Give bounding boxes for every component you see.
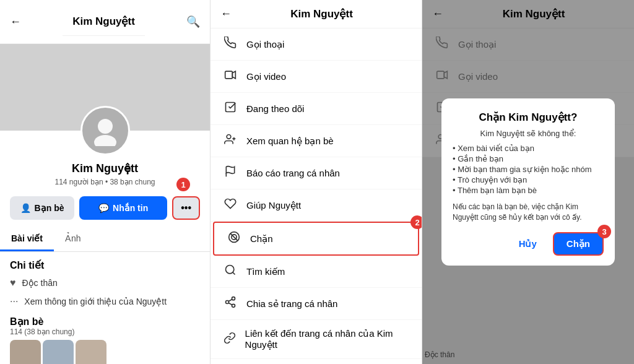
- svg-line-17: [228, 303, 232, 305]
- detail-status: ♥ Độc thân: [0, 274, 210, 292]
- menu-label-block: Chặn: [250, 233, 273, 245]
- profile-actions: 👤 Bạn bè 💬 Nhắn tin ••• 1: [0, 191, 210, 225]
- search-icon-panel1[interactable]: 🔍: [186, 15, 200, 28]
- block-dialog-box: Chặn Kim Nguyệtt? Kim Nguyệtt sẽ không t…: [441, 98, 615, 266]
- friends-section-count: 114 (38 bạn chung): [10, 327, 200, 336]
- report-icon: [223, 165, 238, 181]
- friend-thumb-3: [76, 340, 106, 364]
- menu-label-search: Tìm kiếm: [246, 266, 285, 277]
- cover-photo: [0, 44, 210, 131]
- restriction-item-4: Trò chuyện với bạn: [453, 175, 604, 185]
- back-icon-panel1[interactable]: ←: [10, 15, 21, 28]
- svg-line-13: [233, 272, 235, 275]
- message-button[interactable]: 💬 Nhắn tin: [79, 196, 167, 220]
- svg-point-5: [227, 135, 231, 139]
- see-more-text: Xem thông tin giới thiệu của Nguyệtt: [24, 297, 167, 306]
- dialog-actions: Hủy Chặn 3: [453, 232, 604, 256]
- friends-section: Bạn bè 114 (38 bạn chung): [0, 311, 210, 364]
- dialog-restrictions-list: Xem bài viết của bạn Gắn thẻ bạn Mời bạn…: [453, 143, 604, 196]
- menu-label-help: Giúp Nguyệtt: [246, 200, 301, 211]
- more-button[interactable]: •••: [172, 196, 200, 220]
- dialog-description: Kim Nguyệtt sẽ không thể:: [453, 129, 604, 138]
- panel1-title: Kim Nguyệtt: [63, 7, 145, 36]
- svg-line-18: [228, 299, 232, 301]
- menu-list: Gọi thoại Gọi video Đang theo dõi Xem qu…: [211, 28, 422, 222]
- menu-item-follow[interactable]: Đang theo dõi: [211, 93, 422, 125]
- menu-label-link: Liên kết đến trang cá nhân của Kim Nguyệ…: [245, 328, 409, 350]
- panel2-header: ← Kim Nguyệtt: [211, 0, 422, 28]
- restriction-item-3: Mời bạn tham gia sự kiện hoặc nhóm: [453, 164, 604, 175]
- restriction-item-2: Gắn thẻ bạn: [453, 154, 604, 164]
- step2-badge: 2: [410, 215, 422, 229]
- friend-thumb-2: [43, 340, 74, 364]
- svg-point-0: [98, 119, 113, 134]
- svg-point-1: [94, 135, 116, 146]
- menu-item-link[interactable]: Liên kết đến trang cá nhân của Kim Nguyệ…: [211, 320, 422, 359]
- heart-icon: ♥: [10, 277, 16, 288]
- menu-label-follow: Đang theo dõi: [246, 103, 304, 114]
- menu-item-block[interactable]: Chặn 2: [213, 222, 419, 256]
- back-icon-panel2[interactable]: ←: [220, 7, 232, 20]
- doc-than-label: Độc thân: [425, 350, 454, 359]
- step3-badge: 3: [597, 225, 611, 238]
- menu-item-search[interactable]: Tìm kiếm: [211, 256, 422, 288]
- friends-thumbnails: [10, 340, 200, 364]
- block-confirm-button[interactable]: Chặn: [553, 232, 604, 256]
- detail-status-text: Độc thân: [22, 278, 58, 288]
- friend-icon: 👤: [20, 203, 31, 213]
- help-icon: [223, 197, 238, 213]
- svg-rect-4: [226, 103, 235, 112]
- tab-photos[interactable]: Ảnh: [54, 227, 92, 251]
- tab-posts[interactable]: Bài viết: [0, 227, 54, 251]
- profile-name: Kim Nguyệtt: [10, 162, 200, 175]
- dialog-overlay: Chặn Kim Nguyệtt? Kim Nguyệtt sẽ không t…: [422, 0, 634, 364]
- menu-panel: ← Kim Nguyệtt Gọi thoại Gọi video Đang t…: [211, 0, 422, 364]
- svg-marker-3: [232, 71, 235, 79]
- svg-point-12: [226, 266, 234, 274]
- profile-friends-count: 114 người bạn • 38 bạn chung: [10, 178, 200, 186]
- message-icon: 💬: [98, 203, 109, 213]
- menu-item-relationship[interactable]: Xem quan hệ bạn bè: [211, 125, 422, 157]
- svg-point-16: [232, 304, 235, 307]
- menu-label-relationship: Xem quan hệ bạn bè: [246, 136, 334, 147]
- person-icon: [90, 115, 121, 146]
- friend-button[interactable]: 👤 Bạn bè: [10, 196, 74, 220]
- menu-item-help[interactable]: Giúp Nguyệtt: [211, 189, 422, 222]
- friends-section-title: Bạn bè: [10, 316, 200, 327]
- block-button-wrapper: Chặn 3: [553, 232, 604, 256]
- menu-label-report: Báo cáo trang cá nhân: [246, 168, 340, 178]
- menu-label-share: Chia sẻ trang cá nhân: [246, 298, 337, 310]
- svg-point-14: [232, 297, 235, 300]
- menu-list-2: Tìm kiếm Chia sẻ trang cá nhân Liên kết …: [211, 256, 422, 359]
- friend-thumb-1: [10, 340, 41, 364]
- menu-item-report[interactable]: Báo cáo trang cá nhân: [211, 157, 422, 189]
- menu-item-call[interactable]: Gọi thoại: [211, 28, 422, 61]
- phone-icon: [223, 37, 238, 52]
- message-label: Nhắn tin: [113, 203, 148, 213]
- video-icon: [223, 69, 238, 84]
- restriction-item-5: Thêm bạn làm bạn bè: [453, 185, 604, 196]
- menu-item-video[interactable]: Gọi video: [211, 61, 422, 93]
- svg-point-15: [226, 301, 229, 304]
- panel1-header: ← Kim Nguyệtt 🔍: [0, 0, 210, 44]
- menu-item-share[interactable]: Chia sẻ trang cá nhân: [211, 288, 422, 320]
- relationship-icon: [223, 133, 238, 149]
- follow-icon: [223, 101, 238, 116]
- more-button-wrapper: ••• 1: [172, 196, 200, 220]
- link-icon: [223, 332, 237, 347]
- friend-label: Bạn bè: [35, 203, 64, 213]
- dialog-note: Nếu các bạn là bạn bè, việc chặn Kim Ngu…: [453, 202, 604, 223]
- see-more-row[interactable]: ··· Xem thông tin giới thiệu của Nguyệtt: [0, 292, 210, 311]
- step1-badge: 1: [176, 178, 190, 191]
- menu-label-video: Gọi video: [246, 71, 286, 82]
- restriction-item-1: Xem bài viết của bạn: [453, 143, 604, 154]
- svg-rect-2: [225, 71, 233, 79]
- share-icon: [223, 296, 238, 311]
- block-dialog-panel: ← Kim Nguyệtt Gọi thoại Gọi video Đang t…: [422, 0, 634, 364]
- block-icon: [227, 231, 241, 246]
- dialog-title: Chặn Kim Nguyệtt?: [453, 111, 604, 124]
- detail-section-title: Chi tiết: [0, 252, 210, 274]
- profile-tabs: Bài viết Ảnh: [0, 227, 210, 252]
- cancel-button[interactable]: Hủy: [509, 232, 547, 256]
- search-menu-icon: [223, 264, 238, 279]
